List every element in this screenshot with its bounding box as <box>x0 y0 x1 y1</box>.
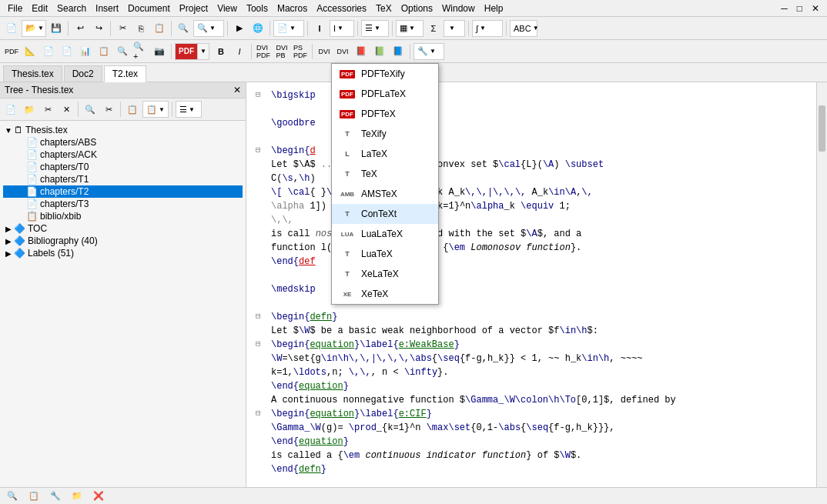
sidebar-tb1[interactable]: 📄 <box>2 101 19 118</box>
paste-button[interactable]: 📋 <box>151 20 168 37</box>
menu-insert[interactable]: Insert <box>91 2 123 15</box>
dropdown-item-latex[interactable]: L LaTeX <box>332 144 438 164</box>
fold-gutter4[interactable]: ⊟ <box>256 338 271 351</box>
tb2-btn2[interactable]: 📐 <box>22 43 39 60</box>
tab-t2[interactable]: T2.tex <box>104 65 146 82</box>
view-dropdown[interactable]: 📄▼ <box>273 20 304 37</box>
menu-edit[interactable]: Edit <box>27 2 52 15</box>
dropdown-item-pdftexify[interactable]: PDF PDFTeXify <box>332 64 438 84</box>
tree-item-toc[interactable]: ▶ 🔷 TOC <box>3 222 243 235</box>
dvi-btn4[interactable]: DVI <box>334 43 351 60</box>
sidebar-tb5[interactable]: 🔍 <box>82 101 99 118</box>
dropdown-item-amstex[interactable]: AMB AMSTeX <box>332 184 438 204</box>
sidebar-tb6[interactable]: ✂ <box>100 101 117 118</box>
win-restore[interactable]: □ <box>792 2 807 15</box>
win-close[interactable]: ✕ <box>807 2 824 15</box>
pdf-view-btn[interactable]: 📗 <box>371 43 388 60</box>
bold-button[interactable]: I <box>311 20 328 37</box>
redo-button[interactable]: ↪ <box>90 20 107 37</box>
tree-item-t0[interactable]: 📄 chapters/T0 <box>3 161 243 173</box>
menu-window[interactable]: Window <box>437 2 480 15</box>
tree-item-abs[interactable]: 📄 chapters/ABS <box>3 136 243 149</box>
tb2-btn5[interactable]: 📊 <box>77 43 94 60</box>
tree-item-t3[interactable]: 📄 chapters/T3 <box>3 198 243 210</box>
tree-expand-bibliography[interactable]: ▶ <box>3 237 14 245</box>
tree-expand-toc[interactable]: ▶ <box>3 225 14 233</box>
sigma-dropdown[interactable]: ▼ <box>444 20 465 37</box>
bold-tex[interactable]: B <box>213 43 229 60</box>
search-button[interactable]: 🔍 <box>175 20 192 37</box>
find-dropdown[interactable]: 🔍▼ <box>193 20 224 37</box>
fold-gutter[interactable]: ⊟ <box>256 88 271 102</box>
menu-options[interactable]: Options <box>397 2 437 15</box>
tb2-btn7[interactable]: 🔍 <box>114 43 131 60</box>
save-button[interactable]: 💾 <box>48 20 65 37</box>
menu-search[interactable]: Search <box>52 2 91 15</box>
tb2-btn8[interactable]: 📷 <box>151 43 168 60</box>
sidebar-tb3[interactable]: ✂ <box>39 101 56 118</box>
dvi-btn2[interactable]: DVIPB <box>273 43 290 60</box>
menu-tex[interactable]: TeX <box>371 2 397 15</box>
menu-project[interactable]: Project <box>175 2 213 15</box>
table-dropdown[interactable]: ▦▼ <box>396 20 424 37</box>
dropdown-item-texify[interactable]: T TeXify <box>332 124 438 144</box>
vertical-scrollbar[interactable] <box>816 82 827 487</box>
tb2-search[interactable]: 🔍+ <box>132 43 149 60</box>
pdf-view-btn2[interactable]: 📘 <box>390 43 407 60</box>
tree-item-ack[interactable]: 📄 chapters/ACK <box>3 149 243 161</box>
ps-pdf-btn[interactable]: PSPDF <box>292 43 309 60</box>
fold-gutter3[interactable]: ⊟ <box>256 310 271 323</box>
list-dropdown[interactable]: ☰▼ <box>361 20 389 37</box>
dropdown-item-tex[interactable]: T TeX <box>332 164 438 184</box>
dropdown-item-xelatex[interactable]: T XeLaTeX <box>332 264 438 284</box>
status-folder[interactable]: 📁 <box>69 489 85 503</box>
menu-view[interactable]: View <box>213 2 242 15</box>
tree-item-labels[interactable]: ▶ 🔷 Labels (51) <box>3 247 243 259</box>
acrobat-btn[interactable]: 📕 <box>353 43 370 60</box>
win-minimize[interactable]: ─ <box>776 2 792 15</box>
dropdown-item-luatex[interactable]: T LuaTeX <box>332 244 438 264</box>
font-dropdown[interactable]: I▼ <box>330 20 354 37</box>
extra-dropdown[interactable]: 🔧▼ <box>414 43 444 60</box>
dropdown-item-pdftex[interactable]: PDF PDFTeX <box>332 104 438 124</box>
tb2-btn1[interactable]: PDF <box>3 43 20 60</box>
sidebar-close[interactable]: ✕ <box>233 85 241 95</box>
menu-file[interactable]: File <box>3 2 27 15</box>
refresh-button[interactable]: 🌐 <box>249 20 266 37</box>
cut-button[interactable]: ✂ <box>114 20 131 37</box>
menu-help[interactable]: Help <box>480 2 508 15</box>
tb2-btn6[interactable]: 📋 <box>95 43 112 60</box>
dropdown-item-xetex[interactable]: XE XeTeX <box>332 284 438 304</box>
status-list[interactable]: 📋 <box>26 489 42 503</box>
open-dropdown[interactable]: 📂▼ <box>22 20 46 37</box>
status-search[interactable]: 🔍 <box>5 489 20 503</box>
tree-expand-labels[interactable]: ▶ <box>3 249 14 258</box>
spell-dropdown[interactable]: ABC▼ <box>510 20 537 37</box>
tb2-btn4[interactable]: 📄 <box>59 43 75 60</box>
tree-item-t1[interactable]: 📄 chapters/T1 <box>3 173 243 185</box>
italic-tex[interactable]: I <box>231 43 248 60</box>
dropdown-item-pdflatex[interactable]: PDF PDFLaTeX <box>332 84 438 104</box>
menu-tools[interactable]: Tools <box>242 2 273 15</box>
compile-button[interactable]: ▶ <box>231 20 248 37</box>
sigma-button[interactable]: Σ <box>425 20 442 37</box>
dvi-btn1[interactable]: DVIPDF <box>255 43 272 60</box>
new-button[interactable]: 📄 <box>3 20 20 37</box>
tree-item-t2[interactable]: 📄 chapters/T2 <box>3 185 243 198</box>
dvi-btn3[interactable]: DVI <box>316 43 333 60</box>
dropdown-item-lualatex[interactable]: LUA LuaLaTeX <box>332 224 438 244</box>
tb2-btn3[interactable]: 📄 <box>40 43 57 60</box>
menu-macros[interactable]: Macros <box>273 2 312 15</box>
sidebar-tb8[interactable]: 📋▼ <box>142 101 169 118</box>
tree-item-thesis[interactable]: ▼ 🗒 Thesis.tex <box>3 124 243 136</box>
undo-button[interactable]: ↩ <box>72 20 89 37</box>
sidebar-tb2[interactable]: 📁 <box>21 101 38 118</box>
fold-gutter2[interactable]: ⊟ <box>256 144 271 157</box>
tab-thesis[interactable]: Thesis.tex <box>3 65 62 82</box>
status-tool[interactable]: 🔧 <box>48 489 63 503</box>
math-dropdown[interactable]: ∫▼ <box>472 20 503 37</box>
menu-document[interactable]: Document <box>123 2 175 15</box>
tab-doc2[interactable]: Doc2 <box>64 65 102 82</box>
tree-item-xbib[interactable]: 📋 biblio/xbib <box>3 210 243 222</box>
sidebar-tb7[interactable]: 📋 <box>124 101 141 118</box>
